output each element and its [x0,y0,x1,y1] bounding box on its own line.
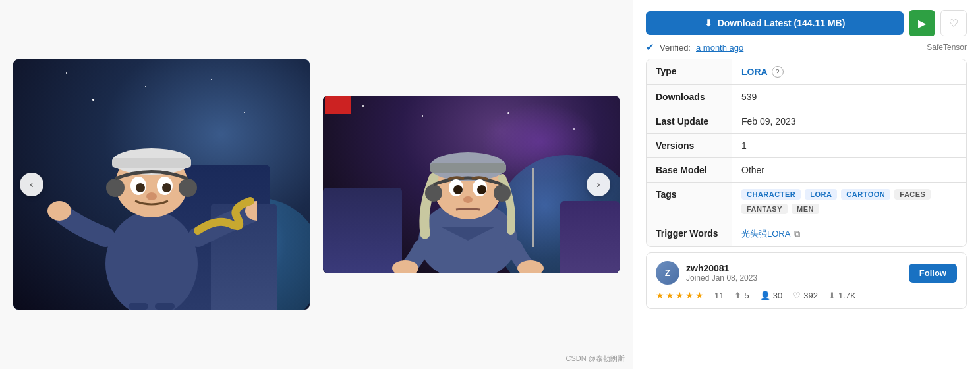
tag-men[interactable]: MEN [792,204,819,214]
downloads-label: Downloads [647,85,732,109]
verified-row: ✔ Verified: a month ago SafeTensor [646,42,967,53]
base-model-value: Other [732,158,966,182]
author-stars: ★ ★ ★ ★ ★ [656,290,704,300]
author-members: 👤 30 [760,291,782,300]
author-uploads: ⬆ 5 [734,291,749,300]
carousel-prev-button[interactable]: ‹ [20,173,43,196]
people-icon: 👤 [760,291,770,300]
tag-fantasy[interactable]: FANTASY [741,204,788,214]
right-panel: ⬇ Download Latest (144.11 MB) ▶ ♡ ✔ Veri… [633,0,980,369]
type-value: LORA ? [732,59,966,84]
downloads-row: Downloads 539 [647,85,966,109]
svg-point-8 [136,183,145,192]
carousel-next-button[interactable]: › [587,173,610,196]
safetensor-label: SafeTensor [927,43,967,52]
trigger-words-label: Trigger Words [647,221,732,246]
upload-icon: ⬆ [734,291,741,300]
dl-icon: ⬇ [828,291,836,300]
svg-point-25 [463,196,473,203]
tag-lora[interactable]: LORA [805,189,837,200]
play-icon: ▶ [918,17,926,30]
svg-rect-14 [155,303,175,310]
svg-point-24 [477,185,486,194]
tag-cartoon[interactable]: CARTOON [841,189,890,200]
chevron-right-icon: › [596,179,600,190]
download-button[interactable]: ⬇ Download Latest (144.11 MB) [646,11,904,35]
lora-type-link[interactable]: LORA [741,67,768,77]
download-icon: ⬇ [705,18,712,28]
download-row: ⬇ Download Latest (144.11 MB) ▶ ♡ [646,10,967,36]
image-carousel-area: ‹ › CSDN @泰勒朗斯 [0,0,633,369]
download-label: Download Latest (144.11 MB) [718,18,846,28]
type-row: Type LORA ? [647,59,966,85]
star-3: ★ [676,290,684,300]
tags-value: CHARACTER LORA CARTOON FACES FANTASY MEN [732,183,966,221]
svg-point-4 [106,179,125,197]
svg-rect-18 [430,163,506,173]
svg-point-0 [105,211,198,310]
svg-point-20 [494,184,511,202]
tags-label: Tags [647,183,732,221]
downloads-value: 539 [732,85,966,109]
carousel-image-right [323,96,620,273]
tag-character[interactable]: CHARACTER [741,189,801,200]
verified-time-link[interactable]: a month ago [696,43,743,53]
author-rating-count: 11 [714,291,724,300]
last-update-label: Last Update [647,109,732,133]
star-5: ★ [695,290,704,300]
verified-text: Verified: [660,43,691,53]
play-button[interactable]: ▶ [909,10,935,36]
trigger-word-text: 光头强LORA [741,228,790,240]
tag-faces[interactable]: FACES [894,189,931,200]
copy-icon[interactable]: ⧉ [794,229,800,239]
verified-icon: ✔ [646,42,654,53]
author-avatar: Z [656,261,679,285]
author-joined: Joined Jan 08, 2023 [686,273,902,283]
heart-icon: ♡ [949,17,958,30]
chevron-left-icon: ‹ [30,179,33,190]
versions-label: Versions [647,134,732,157]
versions-value: 1 [732,134,966,157]
author-likes: ♡ 392 [793,291,818,300]
versions-row: Versions 1 [647,134,966,158]
last-update-value: Feb 09, 2023 [732,109,966,133]
svg-point-9 [162,183,171,192]
svg-rect-13 [129,303,148,310]
author-stats: ★ ★ ★ ★ ★ 11 ⬆ 5 👤 30 ♡ 392 [656,290,957,300]
follow-button[interactable]: Follow [909,264,957,283]
last-update-row: Last Update Feb 09, 2023 [647,109,966,134]
svg-point-11 [47,201,71,221]
star-2: ★ [666,290,674,300]
watermark: CSDN @泰勒朗斯 [566,354,625,364]
base-model-label: Base Model [647,158,732,182]
like-icon: ♡ [793,291,801,300]
svg-point-10 [146,192,157,200]
star-4: ★ [685,290,694,300]
svg-point-5 [179,179,197,197]
trigger-words-row: Trigger Words 光头强LORA ⧉ [647,221,966,246]
favorite-button[interactable]: ♡ [940,10,967,36]
author-info: zwh20081 Joined Jan 08, 2023 [686,263,902,283]
author-downloads: ⬇ 1.7K [828,291,856,300]
page-wrapper: ‹ › CSDN @泰勒朗斯 ⬇ Download Latest (144.11… [0,0,980,369]
svg-point-19 [425,184,442,202]
star-1: ★ [656,290,664,300]
trigger-words-value: 光头强LORA ⧉ [732,221,966,246]
type-help-icon[interactable]: ? [772,66,784,78]
svg-rect-3 [112,158,191,168]
author-header: Z zwh20081 Joined Jan 08, 2023 Follow [656,261,957,285]
tags-row: Tags CHARACTER LORA CARTOON FACES FANTAS… [647,183,966,221]
type-label: Type [647,59,732,84]
author-card: Z zwh20081 Joined Jan 08, 2023 Follow ★ … [646,252,967,309]
author-name[interactable]: zwh20081 [686,263,902,273]
info-table: Type LORA ? Downloads 539 Last Update Fe… [646,59,967,247]
svg-point-23 [453,185,463,194]
carousel-image-left [13,59,310,310]
base-model-row: Base Model Other [647,158,966,183]
